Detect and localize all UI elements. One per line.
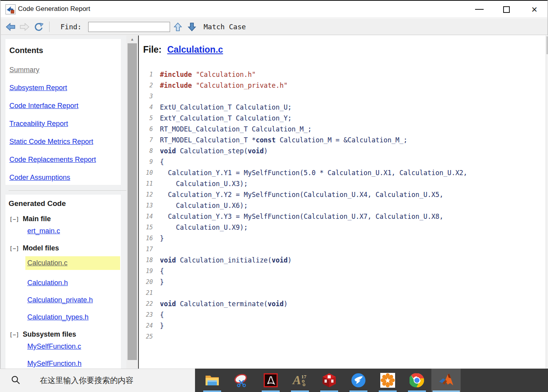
sidebar-link-summary[interactable]: Summary: [9, 66, 121, 74]
code-line: 11 Calculation_U.X3);: [139, 178, 529, 189]
file-link-calculation-private-h[interactable]: Calculation_private.h: [27, 296, 121, 304]
code-line: 4ExtU_Calculation_T Calculation_U;: [139, 102, 529, 113]
match-case-toggle[interactable]: Match Case: [204, 18, 246, 35]
sidebar-link-coder-assumptions[interactable]: Coder Assumptions: [9, 174, 121, 182]
line-number: 6: [139, 126, 153, 133]
line-number: 7: [139, 137, 153, 144]
find-previous-button[interactable]: [174, 18, 182, 35]
sidebar-link-subsystem-report[interactable]: Subsystem Report: [9, 84, 121, 92]
scroll-up-icon[interactable]: ▲: [126, 36, 138, 43]
code-text: }: [160, 322, 164, 330]
file-link-calculation-h[interactable]: Calculation.h: [27, 279, 121, 287]
taskbar-matlab[interactable]: [431, 369, 461, 392]
titlebar: Code Generation Report ×: [1, 1, 547, 18]
search-placeholder-text: 在这里输入你要搜索的内容: [40, 375, 133, 386]
collapse-toggle-icon[interactable]: [−]: [9, 332, 19, 338]
dingtalk-wing-icon: [351, 373, 366, 388]
code-text: Calculation_U.X3);: [160, 180, 248, 188]
file-link-myselffunction-h[interactable]: MySelfFunction.h: [27, 360, 121, 368]
simulink-report-icon: [5, 4, 16, 14]
file-prefix-label: File:: [143, 44, 161, 55]
active-indicator: [433, 390, 460, 392]
close-icon: ×: [531, 4, 537, 14]
running-indicator: [408, 390, 426, 392]
code-text: {: [160, 267, 164, 275]
code-text: ExtU_Calculation_T Calculation_U;: [160, 103, 292, 111]
taskbar-chrome[interactable]: [402, 369, 431, 392]
collapse-toggle-icon[interactable]: [−]: [9, 245, 19, 252]
code-text: }: [160, 234, 164, 242]
code-line: 7RT_MODEL_Calculation_T *const Calculati…: [139, 135, 529, 145]
matlab-icon: [438, 373, 454, 388]
line-number: 21: [139, 289, 153, 296]
main-scrollbar[interactable]: [546, 35, 548, 369]
taskbar-dingtalk[interactable]: [344, 369, 373, 392]
code-text: Calculation_Y.Y2 = MySelfFunction(Calcul…: [160, 191, 443, 199]
taskbar-file-explorer[interactable]: [197, 369, 227, 392]
code-listing: 1#include "Calculation.h"2#include "Calc…: [139, 69, 529, 342]
sidebar-scrollbar-thumb[interactable]: [128, 43, 137, 360]
forward-button[interactable]: [20, 18, 30, 35]
tree-group-model-files: [−] Model files Calculation.c Calculatio…: [9, 244, 121, 321]
code-text: #include "Calculation.h": [160, 71, 256, 78]
code-text: void Calculation_terminate(void): [160, 300, 288, 308]
file-link-myselffunction-c[interactable]: MySelfFunction.c: [27, 342, 121, 351]
code-line: 24}: [139, 320, 529, 331]
line-number: 15: [139, 224, 153, 231]
line-number: 23: [139, 311, 153, 318]
code-line: 1#include "Calculation.h": [139, 69, 529, 80]
code-text: RT_MODEL_Calculation_T *const Calculatio…: [160, 136, 408, 144]
taskbar-apps: A 17: [195, 369, 548, 392]
line-number: 3: [139, 93, 153, 100]
group-label-model-files: Model files: [23, 244, 59, 252]
code-text: Calculation_Y.Y3 = MySelfFunction(Calcul…: [160, 213, 443, 220]
code-line: 17: [139, 244, 529, 255]
file-link-calculation-c[interactable]: Calculation.c: [25, 256, 120, 270]
code-text: }: [160, 278, 164, 286]
taskbar-orange-gear-app[interactable]: [373, 369, 402, 392]
taskbar-adobe-acrobat[interactable]: [256, 369, 285, 392]
a17-app-icon: A 17: [292, 373, 308, 388]
code-line: 22void Calculation_terminate(void): [139, 298, 529, 309]
forward-icon: [20, 23, 30, 31]
sidebar-link-code-interface-report[interactable]: Code Interface Report: [9, 102, 121, 110]
taskbar: 在这里输入你要搜索的内容: [0, 369, 548, 392]
code-line: 13 Calculation_U.X6);: [139, 200, 529, 211]
toolbar-separator: [49, 21, 50, 32]
close-button[interactable]: ×: [525, 1, 544, 18]
taskbar-a17-app[interactable]: A 17: [285, 369, 314, 392]
running-indicator: [203, 390, 221, 392]
file-link-ert-main-c[interactable]: ert_main.c: [27, 227, 121, 235]
find-next-button[interactable]: [188, 18, 196, 35]
line-number: 9: [139, 158, 153, 165]
sidebar-link-traceability-report[interactable]: Traceability Report: [9, 120, 121, 128]
code-line: 23{: [139, 309, 529, 320]
find-input[interactable]: [88, 22, 170, 32]
file-name-link[interactable]: Calculation.c: [167, 44, 223, 55]
code-line: 12 Calculation_Y.Y2 = MySelfFunction(Cal…: [139, 189, 529, 200]
maximize-button[interactable]: [497, 1, 516, 18]
code-line: 5ExtY_Calculation_T Calculation_Y;: [139, 113, 529, 124]
minimize-button[interactable]: [470, 1, 489, 18]
running-indicator: [291, 390, 309, 392]
refresh-button[interactable]: [34, 18, 44, 35]
snipping-tool-icon: [234, 373, 249, 387]
line-number: 14: [139, 213, 153, 220]
taskbar-red-cube-app[interactable]: [314, 369, 344, 392]
code-line: 8void Calculation_step(void): [139, 145, 529, 156]
collapse-toggle-icon[interactable]: [−]: [9, 216, 19, 222]
back-button[interactable]: [5, 18, 16, 35]
taskbar-search-box[interactable]: 在这里输入你要搜索的内容: [0, 369, 195, 392]
code-text: Calculation_Y.Y1 = MySelfFunction(5.0 * …: [160, 169, 467, 177]
sidebar-scrollbar[interactable]: ▲: [126, 35, 138, 369]
code-line: 25: [139, 331, 529, 342]
taskbar-snipping-tool[interactable]: [227, 369, 256, 392]
main-scrollbar-thumb[interactable]: [546, 36, 548, 54]
file-link-calculation-types-h[interactable]: Calculation_types.h: [27, 313, 121, 321]
running-indicator: [349, 390, 367, 392]
sidebar-link-code-replacements-report[interactable]: Code Replacements Report: [9, 156, 121, 164]
find-next-icon: [188, 22, 196, 32]
line-number: 5: [139, 115, 153, 122]
find-previous-icon: [174, 22, 182, 32]
sidebar-link-static-code-metrics-report[interactable]: Static Code Metrics Report: [9, 138, 121, 146]
